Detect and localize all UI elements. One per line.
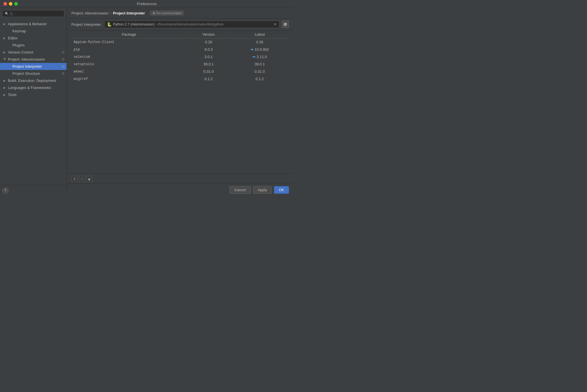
spacer: ▶ [8,29,11,33]
copy-icon: ⊡ [62,57,64,61]
minimize-button[interactable] [9,2,12,6]
search-input[interactable] [10,12,62,16]
upgrade-package-button[interactable]: ▲ [86,176,92,182]
dialog-footer: Cancel Apply OK [67,184,294,196]
table-body: Appium-Python-Client0.260.26pip9.0.3➡ 10… [71,39,289,83]
python-icon: 🐍 [107,22,112,27]
sidebar-item-plugins[interactable]: ▶ Plugins [0,42,67,49]
apply-button[interactable]: Apply [253,186,272,194]
sidebar: 🔍 ▶ Appearance & Behavior ▶ Keymap ▶ Edi… [0,8,67,196]
cell-package: pip [71,46,187,53]
sidebar-footer: ? [0,185,67,196]
dropdown-arrow-icon: ▼ [273,22,277,26]
for-current-badge: 🖥 For current project [150,11,184,15]
update-arrow-icon: ➡ [252,55,256,59]
interpreter-label: Project Interpreter: [71,22,102,27]
gear-button[interactable] [282,21,289,28]
cell-latest: 39.0.1 [230,61,289,68]
cell-latest: 0.26 [230,39,289,46]
cell-latest: ➡ 10.0.0b2 [230,46,289,53]
arrow-icon: ▶ [3,37,6,40]
sidebar-item-tools[interactable]: ▶ Tools [0,91,67,98]
cell-package: Appium-Python-Client [71,39,187,46]
cell-package: setuptools [71,61,187,68]
sidebar-item-appearance-behavior[interactable]: ▶ Appearance & Behavior [0,20,67,27]
close-button[interactable] [3,2,7,6]
remove-package-button[interactable]: − [79,176,85,182]
interpreter-row: Project Interpreter: 🐍 Python 2.7 (Alien… [67,18,294,31]
arrow-icon: ▶ [3,79,6,82]
maximize-button[interactable] [14,2,18,6]
search-icon: 🔍 [5,12,9,16]
table-header: Package Version Latest [71,31,289,39]
arrow-icon: ▶ [3,86,6,89]
cell-latest: 0.31.0 [230,68,289,75]
copy-icon: ⊡ [62,50,64,54]
col-package: Package [71,31,187,39]
cell-latest: 0.1.2 [230,75,289,83]
breadcrumb: Project: AliensInvasion › Project Interp… [67,8,294,18]
badge-icon: 🖥 [152,11,155,15]
arrow-icon: ▶ [3,51,6,54]
table-row[interactable]: wheel0.31.00.31.0 [71,68,289,75]
window-title: Preferences [137,2,157,6]
arrow-icon: ▶ [3,93,6,96]
search-bar[interactable]: 🔍 [2,10,64,17]
cancel-button[interactable]: Cancel [229,186,250,194]
cell-version: 9.0.3 [187,46,230,53]
table-row[interactable]: selenium3.0.1➡ 3.11.0 [71,53,289,61]
col-latest: Latest [230,31,289,39]
cell-package: selenium [71,53,187,61]
interpreter-name: Python 2.7 (AliensInvasion) [113,22,155,26]
add-package-button[interactable]: + [71,176,78,182]
help-button[interactable]: ? [2,188,8,194]
breadcrumb-current: Project Interpreter [113,11,145,15]
main-layout: 🔍 ▶ Appearance & Behavior ▶ Keymap ▶ Edi… [0,8,294,196]
content-area: Project: AliensInvasion › Project Interp… [67,8,294,196]
cell-package: wsgiref [71,75,187,83]
table-row[interactable]: wsgiref0.1.20.1.2 [71,75,289,83]
sidebar-nav: ▶ Appearance & Behavior ▶ Keymap ▶ Edito… [0,19,67,185]
sidebar-item-languages-frameworks[interactable]: ▶ Languages & Frameworks [0,84,67,91]
update-arrow-icon: ➡ [250,47,254,52]
ok-button[interactable]: OK [274,186,289,194]
gear-icon [283,22,287,26]
cell-version: 3.0.1 [187,53,230,61]
cell-version: 0.31.0 [187,68,230,75]
cell-package: wheel [71,68,187,75]
packages-table: Package Version Latest Appium-Python-Cli… [67,31,294,174]
cell-version: 0.1.2 [187,75,230,83]
table-row[interactable]: Appium-Python-Client0.260.26 [71,39,289,46]
packages-data-table: Package Version Latest Appium-Python-Cli… [71,31,289,83]
sidebar-item-build-execution[interactable]: ▶ Build, Execution, Deployment [0,77,67,84]
sidebar-item-editor[interactable]: ▶ Editor [0,35,67,42]
titlebar: Preferences [0,0,294,8]
copy-icon: ⊡ [62,65,64,68]
table-row[interactable]: setuptools39.0.139.0.1 [71,61,289,68]
cell-version: 0.26 [187,39,230,46]
sidebar-item-keymap[interactable]: ▶ Keymap [0,27,67,35]
traffic-lights [3,2,18,6]
spacer: ▶ [8,44,11,47]
col-version: Version [187,31,230,39]
breadcrumb-project[interactable]: Project: AliensInvasion [71,11,109,15]
arrow-down-icon: ▶ [3,58,7,61]
sidebar-item-project-interpreter[interactable]: Project Interpreter ⊡ [0,63,67,70]
cell-latest: ➡ 3.11.0 [230,53,289,61]
breadcrumb-separator: › [110,11,111,15]
table-toolbar: + − ▲ [67,174,294,184]
sidebar-item-project-aliens[interactable]: ▶ Project: AliensInvasion ⊡ [0,56,67,63]
sidebar-item-project-structure[interactable]: Project Structure ⊡ [0,70,67,77]
arrow-icon: ▶ [3,22,6,25]
table-row[interactable]: pip9.0.3➡ 10.0.0b2 [71,46,289,53]
copy-icon: ⊡ [62,72,64,75]
sidebar-item-version-control[interactable]: ▶ Version Control ⊡ [0,49,67,56]
cell-version: 39.0.1 [187,61,230,68]
interpreter-path: ~/Documents/AliensInvasion/venv/bin/pyth… [156,22,224,26]
interpreter-select[interactable]: 🐍 Python 2.7 (AliensInvasion) ~/Document… [104,21,279,28]
